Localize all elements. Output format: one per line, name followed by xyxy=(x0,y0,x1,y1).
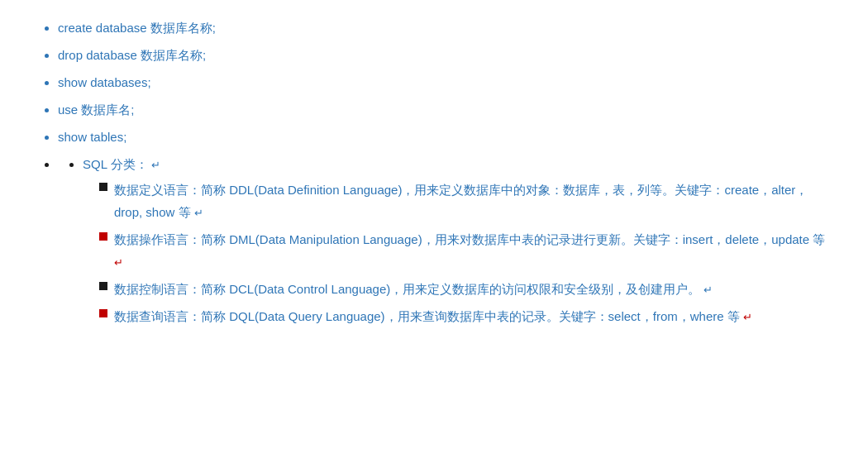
list-item-use-text: use 数据库名; xyxy=(58,103,135,117)
list-item-create: create database 数据库名称; xyxy=(58,17,835,39)
sql-sub-list: 数据定义语言：简称 DDL(Data Definition Language)，… xyxy=(83,179,835,327)
dml-bullet-icon xyxy=(99,232,107,241)
dml-item: 数据操作语言：简称 DML(Data Manipulation Language… xyxy=(99,228,835,273)
list-item-show-tables-text: show tables; xyxy=(58,130,126,144)
dcl-bullet-icon xyxy=(99,282,107,290)
sql-category-label: SQL 分类： ↵ 数据定义语言：简称 DDL(Data Definition … xyxy=(83,153,835,327)
dcl-item: 数据控制语言：简称 DCL(Data Control Language)，用来定… xyxy=(99,278,835,300)
ddl-item: 数据定义语言：简称 DDL(Data Definition Language)，… xyxy=(99,179,835,223)
ddl-text: 数据定义语言：简称 DDL(Data Definition Language)，… xyxy=(114,179,835,223)
top-bullet-list: create database 数据库名称; drop database 数据库… xyxy=(33,17,835,327)
dql-text: 数据查询语言：简称 DQL(Data Query Language)，用来查询数… xyxy=(114,305,752,327)
sql-section: SQL 分类： ↵ 数据定义语言：简称 DDL(Data Definition … xyxy=(58,153,835,327)
list-item-show-databases-text: show databases; xyxy=(58,75,151,89)
dml-text: 数据操作语言：简称 DML(Data Manipulation Language… xyxy=(114,228,835,273)
list-item-use: use 数据库名; xyxy=(58,98,835,121)
dql-item: 数据查询语言：简称 DQL(Data Query Language)，用来查询数… xyxy=(99,305,835,327)
list-item-create-text: create database 数据库名称; xyxy=(58,21,216,35)
list-item-show-databases: show databases; xyxy=(58,71,835,93)
ddl-bullet-icon xyxy=(99,183,107,191)
list-item-drop: drop database 数据库名称; xyxy=(58,44,835,66)
list-item-drop-text: drop database 数据库名称; xyxy=(58,48,206,62)
dcl-text: 数据控制语言：简称 DCL(Data Control Language)，用来定… xyxy=(114,278,713,300)
list-item-show-tables: show tables; xyxy=(58,126,835,148)
dql-bullet-icon xyxy=(99,309,107,317)
